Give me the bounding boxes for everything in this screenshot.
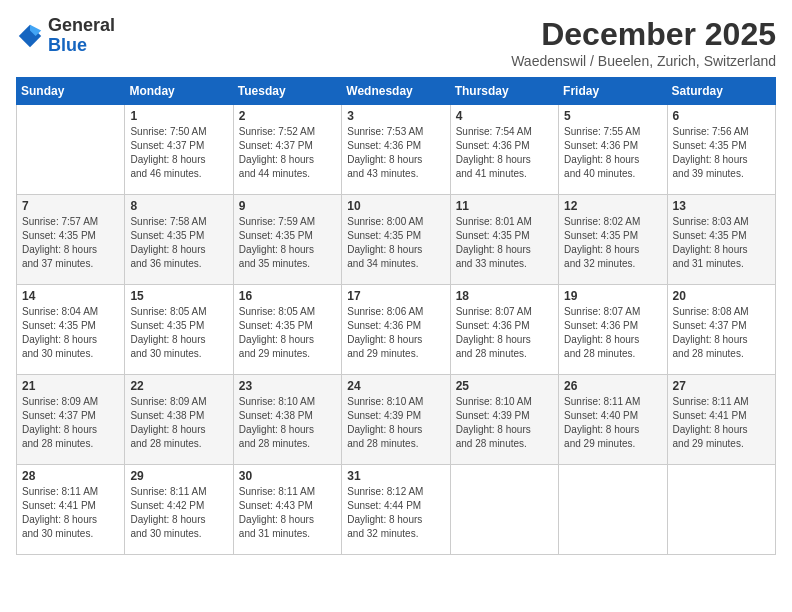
day-info: Sunrise: 7:54 AM Sunset: 4:36 PM Dayligh…	[456, 125, 553, 181]
location-text: Waedenswil / Bueelen, Zurich, Switzerlan…	[511, 53, 776, 69]
day-info: Sunrise: 8:03 AM Sunset: 4:35 PM Dayligh…	[673, 215, 770, 271]
calendar-cell: 30Sunrise: 8:11 AM Sunset: 4:43 PM Dayli…	[233, 465, 341, 555]
day-number: 11	[456, 199, 553, 213]
day-info: Sunrise: 8:11 AM Sunset: 4:41 PM Dayligh…	[673, 395, 770, 451]
day-number: 25	[456, 379, 553, 393]
day-info: Sunrise: 8:05 AM Sunset: 4:35 PM Dayligh…	[239, 305, 336, 361]
day-number: 24	[347, 379, 444, 393]
day-number: 9	[239, 199, 336, 213]
calendar-cell: 6Sunrise: 7:56 AM Sunset: 4:35 PM Daylig…	[667, 105, 775, 195]
calendar-cell: 25Sunrise: 8:10 AM Sunset: 4:39 PM Dayli…	[450, 375, 558, 465]
day-info: Sunrise: 8:10 AM Sunset: 4:38 PM Dayligh…	[239, 395, 336, 451]
day-info: Sunrise: 8:11 AM Sunset: 4:42 PM Dayligh…	[130, 485, 227, 541]
calendar-cell: 4Sunrise: 7:54 AM Sunset: 4:36 PM Daylig…	[450, 105, 558, 195]
weekday-header-wednesday: Wednesday	[342, 78, 450, 105]
day-number: 14	[22, 289, 119, 303]
day-number: 5	[564, 109, 661, 123]
day-number: 13	[673, 199, 770, 213]
day-number: 16	[239, 289, 336, 303]
calendar-cell: 20Sunrise: 8:08 AM Sunset: 4:37 PM Dayli…	[667, 285, 775, 375]
day-number: 19	[564, 289, 661, 303]
day-info: Sunrise: 8:09 AM Sunset: 4:37 PM Dayligh…	[22, 395, 119, 451]
calendar-cell: 3Sunrise: 7:53 AM Sunset: 4:36 PM Daylig…	[342, 105, 450, 195]
page-header: General Blue December 2025 Waedenswil / …	[16, 16, 776, 69]
day-number: 10	[347, 199, 444, 213]
day-info: Sunrise: 7:56 AM Sunset: 4:35 PM Dayligh…	[673, 125, 770, 181]
day-number: 17	[347, 289, 444, 303]
day-number: 28	[22, 469, 119, 483]
day-info: Sunrise: 7:50 AM Sunset: 4:37 PM Dayligh…	[130, 125, 227, 181]
day-number: 4	[456, 109, 553, 123]
day-number: 21	[22, 379, 119, 393]
day-info: Sunrise: 8:00 AM Sunset: 4:35 PM Dayligh…	[347, 215, 444, 271]
calendar-week-row: 14Sunrise: 8:04 AM Sunset: 4:35 PM Dayli…	[17, 285, 776, 375]
calendar-cell	[667, 465, 775, 555]
day-info: Sunrise: 8:02 AM Sunset: 4:35 PM Dayligh…	[564, 215, 661, 271]
day-number: 26	[564, 379, 661, 393]
day-info: Sunrise: 8:07 AM Sunset: 4:36 PM Dayligh…	[456, 305, 553, 361]
weekday-header-saturday: Saturday	[667, 78, 775, 105]
calendar-cell: 11Sunrise: 8:01 AM Sunset: 4:35 PM Dayli…	[450, 195, 558, 285]
day-info: Sunrise: 8:08 AM Sunset: 4:37 PM Dayligh…	[673, 305, 770, 361]
day-number: 31	[347, 469, 444, 483]
month-title: December 2025	[511, 16, 776, 53]
calendar-cell: 29Sunrise: 8:11 AM Sunset: 4:42 PM Dayli…	[125, 465, 233, 555]
day-number: 6	[673, 109, 770, 123]
day-number: 2	[239, 109, 336, 123]
calendar-cell	[17, 105, 125, 195]
calendar-cell: 17Sunrise: 8:06 AM Sunset: 4:36 PM Dayli…	[342, 285, 450, 375]
day-number: 27	[673, 379, 770, 393]
calendar-cell	[450, 465, 558, 555]
day-info: Sunrise: 7:53 AM Sunset: 4:36 PM Dayligh…	[347, 125, 444, 181]
calendar-cell: 23Sunrise: 8:10 AM Sunset: 4:38 PM Dayli…	[233, 375, 341, 465]
day-info: Sunrise: 8:10 AM Sunset: 4:39 PM Dayligh…	[347, 395, 444, 451]
weekday-header-thursday: Thursday	[450, 78, 558, 105]
day-info: Sunrise: 7:58 AM Sunset: 4:35 PM Dayligh…	[130, 215, 227, 271]
calendar-cell: 2Sunrise: 7:52 AM Sunset: 4:37 PM Daylig…	[233, 105, 341, 195]
day-info: Sunrise: 8:09 AM Sunset: 4:38 PM Dayligh…	[130, 395, 227, 451]
logo-text: General Blue	[48, 16, 115, 56]
logo-icon	[16, 22, 44, 50]
logo-line1: General	[48, 16, 115, 36]
day-info: Sunrise: 8:07 AM Sunset: 4:36 PM Dayligh…	[564, 305, 661, 361]
weekday-header-sunday: Sunday	[17, 78, 125, 105]
day-info: Sunrise: 7:55 AM Sunset: 4:36 PM Dayligh…	[564, 125, 661, 181]
calendar-week-row: 7Sunrise: 7:57 AM Sunset: 4:35 PM Daylig…	[17, 195, 776, 285]
day-info: Sunrise: 8:04 AM Sunset: 4:35 PM Dayligh…	[22, 305, 119, 361]
day-number: 20	[673, 289, 770, 303]
calendar-cell: 12Sunrise: 8:02 AM Sunset: 4:35 PM Dayli…	[559, 195, 667, 285]
calendar-cell: 18Sunrise: 8:07 AM Sunset: 4:36 PM Dayli…	[450, 285, 558, 375]
calendar-week-row: 1Sunrise: 7:50 AM Sunset: 4:37 PM Daylig…	[17, 105, 776, 195]
calendar-cell: 1Sunrise: 7:50 AM Sunset: 4:37 PM Daylig…	[125, 105, 233, 195]
calendar-cell: 5Sunrise: 7:55 AM Sunset: 4:36 PM Daylig…	[559, 105, 667, 195]
calendar-table: SundayMondayTuesdayWednesdayThursdayFrid…	[16, 77, 776, 555]
calendar-cell: 15Sunrise: 8:05 AM Sunset: 4:35 PM Dayli…	[125, 285, 233, 375]
weekday-header-friday: Friday	[559, 78, 667, 105]
weekday-header-monday: Monday	[125, 78, 233, 105]
calendar-cell: 21Sunrise: 8:09 AM Sunset: 4:37 PM Dayli…	[17, 375, 125, 465]
day-number: 7	[22, 199, 119, 213]
day-number: 1	[130, 109, 227, 123]
calendar-cell: 27Sunrise: 8:11 AM Sunset: 4:41 PM Dayli…	[667, 375, 775, 465]
day-info: Sunrise: 8:01 AM Sunset: 4:35 PM Dayligh…	[456, 215, 553, 271]
day-number: 8	[130, 199, 227, 213]
day-info: Sunrise: 8:11 AM Sunset: 4:40 PM Dayligh…	[564, 395, 661, 451]
calendar-week-row: 28Sunrise: 8:11 AM Sunset: 4:41 PM Dayli…	[17, 465, 776, 555]
calendar-cell: 14Sunrise: 8:04 AM Sunset: 4:35 PM Dayli…	[17, 285, 125, 375]
day-number: 3	[347, 109, 444, 123]
day-number: 22	[130, 379, 227, 393]
calendar-cell: 9Sunrise: 7:59 AM Sunset: 4:35 PM Daylig…	[233, 195, 341, 285]
calendar-cell: 22Sunrise: 8:09 AM Sunset: 4:38 PM Dayli…	[125, 375, 233, 465]
day-info: Sunrise: 8:11 AM Sunset: 4:41 PM Dayligh…	[22, 485, 119, 541]
logo-line2: Blue	[48, 36, 115, 56]
day-info: Sunrise: 8:12 AM Sunset: 4:44 PM Dayligh…	[347, 485, 444, 541]
calendar-cell	[559, 465, 667, 555]
calendar-cell: 24Sunrise: 8:10 AM Sunset: 4:39 PM Dayli…	[342, 375, 450, 465]
calendar-cell: 28Sunrise: 8:11 AM Sunset: 4:41 PM Dayli…	[17, 465, 125, 555]
calendar-cell: 7Sunrise: 7:57 AM Sunset: 4:35 PM Daylig…	[17, 195, 125, 285]
logo: General Blue	[16, 16, 115, 56]
day-info: Sunrise: 8:06 AM Sunset: 4:36 PM Dayligh…	[347, 305, 444, 361]
weekday-header-row: SundayMondayTuesdayWednesdayThursdayFrid…	[17, 78, 776, 105]
calendar-cell: 13Sunrise: 8:03 AM Sunset: 4:35 PM Dayli…	[667, 195, 775, 285]
day-info: Sunrise: 7:57 AM Sunset: 4:35 PM Dayligh…	[22, 215, 119, 271]
